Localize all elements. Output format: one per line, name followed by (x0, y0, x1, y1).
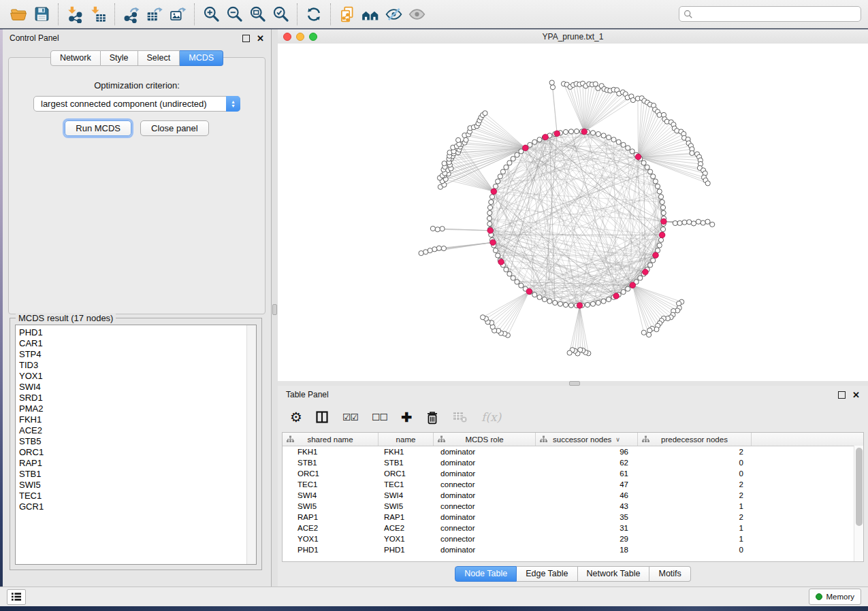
memory-button[interactable]: Memory (809, 589, 861, 605)
mcds-result-item[interactable]: GCR1 (16, 501, 256, 512)
cell-mcds-role: dominator (434, 513, 536, 521)
table-row[interactable]: SWI5SWI5connector431 (283, 501, 863, 512)
table-row[interactable]: PHD1PHD1dominator180 (283, 544, 863, 555)
save-icon[interactable] (30, 3, 53, 25)
cell-name: RAP1 (379, 513, 434, 521)
cell-mcds-role: dominator (434, 448, 536, 456)
cell-predecessor-nodes: 0 (638, 469, 752, 478)
search-input[interactable] (696, 9, 856, 20)
table-row[interactable]: FKH1FKH1dominator962 (283, 446, 863, 457)
import-table-icon[interactable] (86, 3, 110, 25)
cell-mcds-role: dominator (434, 491, 536, 499)
show-task-history-button[interactable] (7, 589, 26, 605)
column-header-shared-name[interactable]: shared name (283, 433, 379, 446)
cell-successor-nodes: 31 (536, 524, 638, 532)
splitter-handle[interactable] (272, 304, 277, 315)
export-table-icon[interactable] (143, 3, 166, 25)
cell-shared-name: ACE2 (283, 524, 379, 532)
mcds-result-item[interactable]: RAP1 (16, 458, 256, 469)
column-label: name (396, 435, 416, 444)
network-titlebar[interactable]: YPA_prune.txt_1 (278, 29, 868, 44)
cell-predecessor-nodes: 1 (638, 502, 752, 510)
refresh-icon[interactable] (302, 3, 325, 25)
tab-network-table[interactable]: Network Table (578, 566, 650, 582)
table-row[interactable]: TEC1TEC1connector472 (283, 479, 863, 490)
tab-mcds[interactable]: MCDS (180, 50, 223, 66)
optimization-criterion-select[interactable]: largest connected component (undirected)… (33, 96, 240, 112)
mcds-result-item[interactable]: STP4 (16, 349, 256, 360)
horizontal-splitter[interactable] (278, 381, 868, 386)
close-panel-button[interactable]: Close panel (140, 120, 209, 136)
cell-successor-nodes: 29 (536, 535, 638, 543)
tab-motifs[interactable]: Motifs (649, 566, 690, 582)
table-scrollbar[interactable] (854, 446, 863, 561)
cell-shared-name: RAP1 (283, 513, 379, 521)
main-toolbar (0, 0, 868, 29)
tab-node-table[interactable]: Node Table (455, 566, 517, 582)
mcds-result-item[interactable]: YOX1 (16, 371, 256, 382)
open-file-icon[interactable] (7, 3, 30, 25)
vertical-splitter[interactable] (272, 29, 278, 587)
mcds-result-item[interactable]: PMA2 (16, 403, 256, 414)
mcds-result-item[interactable]: SWI5 (16, 480, 256, 491)
split-columns-icon[interactable] (316, 411, 329, 423)
close-panel-icon[interactable]: ✕ (852, 391, 860, 399)
column-header-successor-nodes[interactable]: successor nodes∨ (536, 433, 638, 446)
toolbar-separator (297, 3, 298, 25)
tab-edge-table[interactable]: Edge Table (517, 566, 577, 582)
column-label: successor nodes (553, 435, 611, 444)
network-canvas[interactable] (278, 44, 868, 381)
zoom-fit-icon[interactable] (246, 3, 269, 25)
zoom-out-icon[interactable] (223, 3, 246, 25)
cell-predecessor-nodes: 2 (638, 491, 752, 499)
float-panel-icon[interactable] (242, 35, 250, 42)
column-header-name[interactable]: name (379, 433, 434, 446)
tab-style[interactable]: Style (101, 50, 138, 66)
run-mcds-button[interactable]: Run MCDS (65, 120, 131, 136)
table-row[interactable]: RAP1RAP1dominator352 (283, 512, 863, 523)
mcds-result-item[interactable]: CAR1 (16, 338, 256, 349)
mcds-result-item[interactable]: FKH1 (16, 414, 256, 425)
float-panel-icon[interactable] (838, 391, 846, 399)
column-header-mcds-role[interactable]: MCDS role (434, 433, 536, 446)
mcds-result-item[interactable]: ORC1 (16, 447, 256, 458)
mcds-result-item[interactable]: STB1 (16, 469, 256, 480)
column-header-predecessor-nodes[interactable]: predecessor nodes (638, 433, 752, 446)
mcds-result-item[interactable]: STB5 (16, 436, 256, 447)
delete-column-icon[interactable] (425, 410, 439, 425)
mcds-scrollbar[interactable] (246, 325, 256, 564)
mcds-result-item[interactable]: SWI4 (16, 382, 256, 393)
export-network-icon[interactable] (120, 3, 143, 25)
zoom-in-icon[interactable] (199, 3, 223, 25)
first-neighbors-icon[interactable] (359, 3, 382, 25)
splitter-handle[interactable] (569, 381, 580, 386)
show-all-icon[interactable] (405, 3, 428, 25)
table-row[interactable]: STB1STB1dominator620 (283, 457, 863, 468)
table-settings-icon[interactable]: ⚙ (290, 410, 302, 424)
table-row[interactable]: SWI4SWI4dominator462 (283, 490, 863, 501)
add-column-icon[interactable]: ✚ (401, 411, 412, 424)
select-all-columns-icon[interactable]: ☑☑ (342, 412, 358, 423)
mcds-result-item[interactable]: PHD1 (16, 327, 256, 338)
deselect-all-columns-icon[interactable]: ☐☐ (372, 412, 387, 423)
table-row[interactable]: ACE2ACE2connector311 (283, 523, 863, 533)
mcds-result-item[interactable]: ACE2 (16, 425, 256, 436)
hide-selected-icon[interactable] (382, 3, 405, 25)
duplicate-network-icon[interactable] (336, 3, 359, 25)
tab-select[interactable]: Select (138, 50, 180, 66)
export-image-icon[interactable] (166, 3, 189, 25)
mcds-result-item[interactable]: TID3 (16, 360, 256, 371)
table-row[interactable]: ORC1ORC1dominator610 (283, 468, 863, 479)
close-panel-icon[interactable]: ✕ (257, 34, 264, 43)
mcds-result-listbox[interactable]: PHD1CAR1STP4TID3YOX1SWI4SRD1PMA2FKH1ACE2… (15, 325, 257, 565)
cell-name: SWI4 (379, 491, 434, 499)
scrollbar-thumb[interactable] (856, 448, 863, 526)
search-box[interactable] (679, 6, 861, 22)
table-toolbar: ⚙ ☑☑ ☐☐ ✚ f(x) (282, 403, 864, 431)
zoom-selected-icon[interactable] (269, 3, 292, 25)
tab-network[interactable]: Network (50, 50, 101, 66)
import-network-icon[interactable] (63, 3, 86, 25)
table-row[interactable]: YOX1YOX1connector291 (283, 533, 863, 544)
mcds-result-item[interactable]: SRD1 (16, 393, 256, 403)
mcds-result-item[interactable]: TEC1 (16, 491, 256, 501)
